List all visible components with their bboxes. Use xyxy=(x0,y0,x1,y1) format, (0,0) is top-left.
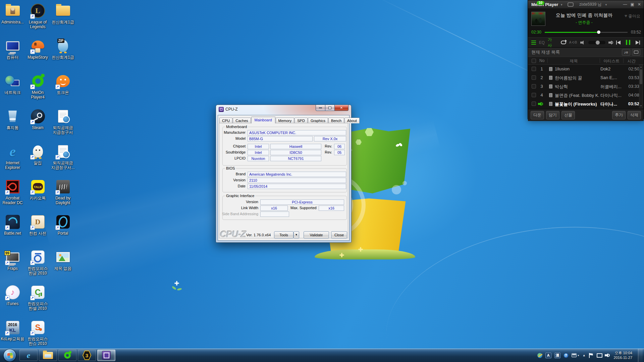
desktop-icon[interactable]: 한컴오피스 한쇼 2010 xyxy=(25,319,50,346)
desktop-icon[interactable]: 전산회계1급 xyxy=(50,3,75,24)
playlist-scrollbar[interactable]: ▲ ▼ xyxy=(639,65,643,108)
network-tray-icon[interactable] xyxy=(596,353,602,358)
delete-button[interactable]: 삭제 xyxy=(628,111,641,119)
message-bubble-icon[interactable] xyxy=(568,2,574,7)
volume-mute-icon[interactable] xyxy=(580,40,585,45)
desktop-icon[interactable]: Steam xyxy=(25,108,50,130)
close-dialog-button[interactable]: Close xyxy=(331,231,347,239)
previous-track-button[interactable] xyxy=(616,40,621,45)
volume-slider[interactable] xyxy=(588,41,605,44)
volume-knob[interactable] xyxy=(596,41,600,45)
desktop-icon[interactable]: 한컴 사전 xyxy=(25,214,50,236)
restore-button[interactable] xyxy=(325,105,334,111)
show-hidden-icons-button[interactable]: ▲ xyxy=(583,354,586,357)
cpuz-titlebar[interactable]: CPU-Z ✕ xyxy=(216,105,351,114)
desktop-icon[interactable]: 토크온 xyxy=(50,73,75,95)
playlist-row[interactable]: 4 불면증 (Feat. Bobby K... 다이나믹... 04:08 xyxy=(528,91,644,100)
desktop-icon[interactable]: Dead by Daylight xyxy=(50,179,75,205)
taskbar-button[interactable] xyxy=(39,350,57,361)
add-button[interactable]: 추가 xyxy=(612,111,626,119)
start-button[interactable] xyxy=(3,349,16,362)
cpuz-tab[interactable]: Mainboard xyxy=(251,117,275,123)
desktop-icon[interactable]: Portal xyxy=(50,214,75,236)
desktop-icon[interactable]: Battle.net xyxy=(0,214,25,236)
title-dropdown-icon[interactable]: ▼ xyxy=(560,3,563,6)
desktop-icon[interactable]: 한컴오피스 한셀 2010 xyxy=(25,284,50,311)
cpuz-tab[interactable]: Graphics xyxy=(308,118,328,123)
row-artist[interactable]: 다이나믹... xyxy=(600,93,623,99)
volume-loud-icon[interactable] xyxy=(608,40,613,45)
row-song-title[interactable]: 1llusion xyxy=(555,66,599,71)
desktop-icon[interactable]: League of Legends xyxy=(25,3,50,29)
row-checkbox[interactable] xyxy=(532,84,536,88)
playlist-row[interactable]: 5 불꽃놀이 (Fireworks) 다이나... 03:52 xyxy=(528,100,644,108)
scroll-up-icon[interactable]: ▲ xyxy=(639,65,643,69)
cpuz-tab[interactable]: SPD xyxy=(294,118,308,123)
lyrics-button[interactable]: 가사 xyxy=(548,37,555,48)
column-artist[interactable]: 아티스트 xyxy=(600,58,623,64)
scroll-down-icon[interactable]: ▼ xyxy=(639,104,643,108)
desktop-icon[interactable]: 한컴오피스 한글 2010 xyxy=(25,249,50,276)
desktop-icon[interactable]: Administra... xyxy=(0,3,25,24)
desktop-icon[interactable]: 퇴직공제금 지급청구서... xyxy=(50,143,75,170)
row-artist[interactable]: Dok2 xyxy=(600,66,623,71)
desktop-icon[interactable]: 전산회계1급 xyxy=(50,38,75,60)
column-no[interactable]: No xyxy=(539,58,544,63)
row-checkbox[interactable] xyxy=(532,67,536,71)
select-all-checkbox[interactable] xyxy=(532,59,536,63)
melon-board-button[interactable]: ▣ xyxy=(631,2,634,7)
ime-help-icon[interactable]: ? xyxy=(564,353,569,358)
row-song-title[interactable]: 한여름밤의 꿀 xyxy=(555,75,599,81)
scrollbar-thumb[interactable] xyxy=(640,69,642,84)
taskbar-button[interactable] xyxy=(19,350,38,361)
column-time[interactable]: 시간 xyxy=(623,58,640,64)
download-button[interactable]: 다운 xyxy=(531,111,544,119)
cpuz-tab[interactable]: Memory xyxy=(276,118,294,123)
taskbar-button[interactable] xyxy=(58,350,76,361)
repeat-icon[interactable] xyxy=(561,41,566,44)
column-title[interactable]: 제목 xyxy=(548,58,600,64)
melon-close-button[interactable]: ✕ xyxy=(638,2,641,7)
desktop-icon[interactable]: Acrobat Reader DC xyxy=(0,179,25,205)
next-track-button[interactable] xyxy=(635,40,640,45)
tv-icon[interactable] xyxy=(632,49,640,56)
cpuz-tab[interactable]: About xyxy=(344,118,360,123)
album-art[interactable] xyxy=(531,12,545,26)
taskbar-clock[interactable]: 오후 10:04 2016-11-27 xyxy=(614,351,632,360)
music-list-icon[interactable]: ♪≡ xyxy=(622,49,630,56)
row-song-title[interactable]: 불꽃놀이 (Fireworks) xyxy=(555,101,599,107)
row-checkbox[interactable] xyxy=(532,102,536,106)
desktop-icon[interactable]: 네트워크 xyxy=(0,73,25,95)
account-name[interactable]: zixte5939 님 ▼ xyxy=(579,2,607,7)
action-center-flag-icon[interactable] xyxy=(589,353,593,358)
taskbar-button[interactable] xyxy=(97,350,115,361)
minimize-button[interactable] xyxy=(316,105,325,111)
show-desktop-button[interactable] xyxy=(638,349,643,362)
desktop-icon[interactable]: 퇴직공제금 지급청구서 xyxy=(50,108,75,135)
save-to-button[interactable]: 담기 xyxy=(546,111,559,119)
ime-hanja-icon[interactable]: 漢 xyxy=(554,353,560,358)
ime-alpha-icon[interactable]: A xyxy=(545,353,551,358)
seek-bar[interactable] xyxy=(545,32,628,33)
desktop-icon[interactable]: 알집 xyxy=(25,143,50,165)
playlist-toggle-icon[interactable] xyxy=(531,41,536,45)
ime-toolbar-icon[interactable] xyxy=(572,353,577,357)
desktop-icon[interactable]: iTunes xyxy=(0,284,25,306)
desktop-icon[interactable]: 제목 없음 xyxy=(50,249,75,271)
playlist-row[interactable]: 1 1llusion Dok2 02:50 xyxy=(528,65,644,73)
tools-button[interactable]: Tools xyxy=(274,231,293,239)
row-song-title[interactable]: 불면증 (Feat. Bobby K... xyxy=(555,93,599,99)
melon-titlebar[interactable]: Melon Player ▼ 10 zixte5939 님 ▼ — ▣ ✕ xyxy=(528,0,644,9)
desktop-icon[interactable]: 휴지통 xyxy=(0,108,25,130)
desktop-icon[interactable]: Fraps xyxy=(0,249,25,271)
ime-language-icon[interactable] xyxy=(537,353,542,358)
row-checkbox[interactable] xyxy=(532,93,536,97)
tools-dropdown-button[interactable]: ▼ xyxy=(293,231,299,239)
taskbar-button[interactable] xyxy=(78,350,96,361)
playlist-row[interactable]: 3 박상혁 허클베리... 03:33 xyxy=(528,82,644,91)
cpuz-tab[interactable]: CPU xyxy=(219,118,232,123)
playlist-row[interactable]: 2 한여름밤의 꿀 San E,... 03:53 xyxy=(528,73,644,82)
account-dropdown-icon[interactable]: ▼ xyxy=(605,3,607,6)
melon-minimize-button[interactable]: — xyxy=(623,2,627,7)
pause-button[interactable] xyxy=(626,40,630,45)
